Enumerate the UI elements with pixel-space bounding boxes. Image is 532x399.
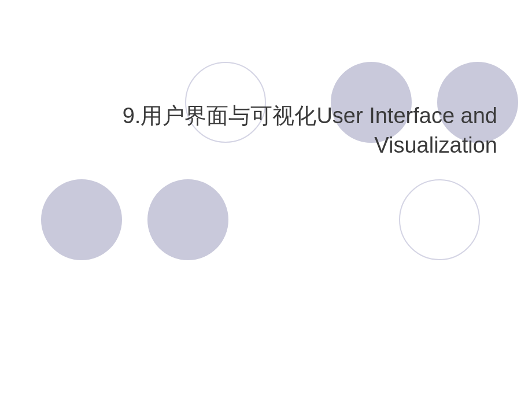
slide-title: 9.用户界面与可视化User Interface and Visualizati… (58, 101, 497, 161)
decorative-circle (41, 179, 122, 260)
slide: 9.用户界面与可视化User Interface and Visualizati… (0, 0, 532, 399)
decorative-circle (147, 179, 228, 260)
decorative-circle (399, 179, 480, 260)
